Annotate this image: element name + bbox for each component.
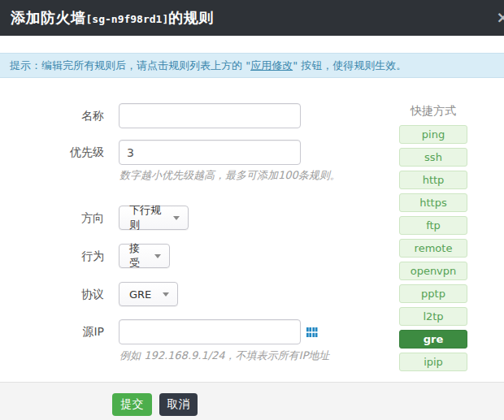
submit-button[interactable]: 提交 (112, 393, 152, 416)
action-select[interactable]: 接受 (119, 244, 170, 268)
shortcut-ftp[interactable]: ftp (399, 216, 467, 235)
shortcut-openvpn[interactable]: openvpn (399, 262, 467, 280)
shortcuts-list: ping ssh http https ftp remote openvpn p… (399, 125, 467, 375)
shortcuts-header: 快捷方式 (399, 104, 467, 119)
hint-text-suffix: " 按钮，使得规则生效。 (293, 59, 406, 71)
name-label: 名称 (23, 109, 104, 123)
source-ip-help-text: 例如 192.168.9.1/24，不填表示所有IP地址 (119, 349, 329, 363)
direction-label: 方向 (23, 211, 104, 226)
shortcut-http[interactable]: http (399, 171, 467, 189)
dialog-title-suffix: 的规则 (168, 8, 214, 28)
shortcut-ssh[interactable]: ssh (399, 148, 467, 167)
protocol-select-value: GRE (129, 288, 151, 301)
dialog-title-firewall-id: [sg-n9f98rd1] (86, 13, 169, 25)
dialog-titlebar: 添加防火墙[sg-n9f98rd1]的规则 × (0, 0, 504, 36)
caret-down-icon (154, 254, 161, 258)
source-ip-label: 源IP (23, 325, 104, 340)
hint-text-prefix: 提示：编辑完所有规则后，请点击规则列表上方的 " (10, 59, 250, 71)
caret-down-icon (163, 292, 169, 297)
shortcut-gre[interactable]: gre (399, 330, 467, 349)
shortcut-ipip[interactable]: ipip (399, 353, 467, 371)
hint-bar: 提示：编辑完所有规则后，请点击规则列表上方的 "应用修改" 按钮，使得规则生效。 (0, 53, 504, 78)
shortcut-ping[interactable]: ping (399, 125, 467, 144)
source-ip-input[interactable] (119, 319, 301, 344)
priority-input[interactable] (119, 140, 301, 165)
action-select-value: 接受 (129, 241, 146, 271)
shortcut-l2tp[interactable]: l2tp (399, 307, 467, 326)
dialog-footer: 提交 取消 (0, 382, 504, 420)
priority-help-text: 数字越小优先级越高，最多可添加100条规则。 (119, 168, 341, 183)
protocol-label: 协议 (23, 288, 104, 302)
direction-select[interactable]: 下行规则 (119, 206, 189, 230)
shortcut-https[interactable]: https (399, 193, 467, 212)
dialog-title-prefix: 添加防火墙 (11, 8, 86, 28)
priority-label: 优先级 (23, 145, 104, 160)
shortcut-pptp[interactable]: pptp (399, 284, 467, 303)
name-input[interactable] (119, 103, 301, 128)
shortcut-remote[interactable]: remote (399, 239, 467, 258)
direction-select-value: 下行规则 (129, 203, 165, 232)
protocol-select[interactable]: GRE (119, 282, 178, 306)
apply-changes-link: 应用修改 (250, 59, 293, 71)
close-icon[interactable]: × (496, 8, 504, 26)
action-label: 行为 (23, 249, 104, 264)
ip-picker-grid-icon[interactable] (306, 325, 318, 340)
cancel-button[interactable]: 取消 (159, 393, 198, 416)
caret-down-icon (173, 216, 180, 220)
add-firewall-rule-dialog: 添加防火墙[sg-n9f98rd1]的规则 × 提示：编辑完所有规则后，请点击规… (0, 0, 504, 420)
